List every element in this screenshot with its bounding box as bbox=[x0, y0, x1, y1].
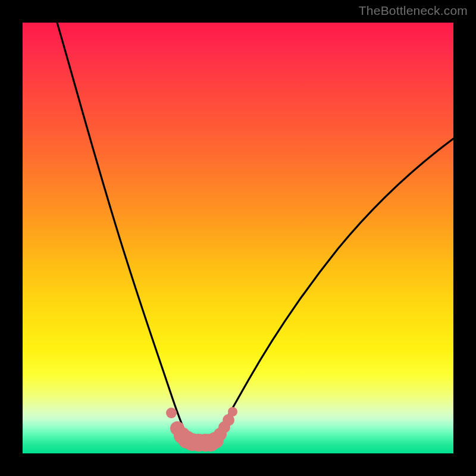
curve-layer bbox=[57, 23, 453, 443]
plot-area bbox=[23, 23, 453, 453]
chart-svg bbox=[23, 23, 453, 453]
right-curve bbox=[212, 139, 453, 441]
marker-layer bbox=[166, 407, 237, 452]
left-curve bbox=[57, 23, 192, 441]
watermark-text: TheBottleneck.com bbox=[359, 4, 468, 18]
chart-frame: TheBottleneck.com bbox=[0, 0, 476, 476]
marker-dot bbox=[166, 408, 177, 418]
marker-dot bbox=[228, 407, 237, 416]
